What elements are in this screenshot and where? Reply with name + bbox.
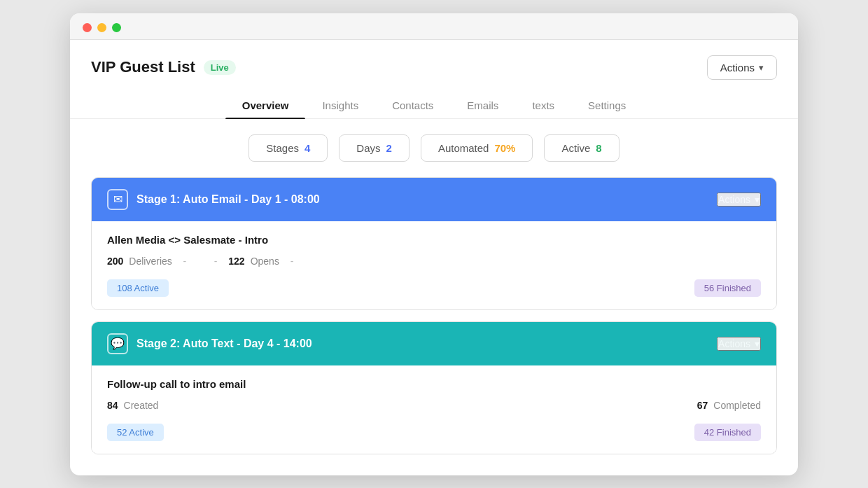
chevron-down-icon: ▾ [759, 62, 764, 73]
stat-automated: Automated 70% [421, 134, 533, 162]
close-dot[interactable] [83, 23, 92, 32]
page-content: VIP Guest List Live Actions ▾ Overview I… [70, 40, 798, 475]
tab-overview[interactable]: Overview [225, 92, 306, 118]
separator-2: - [209, 256, 223, 267]
tab-insights[interactable]: Insights [305, 92, 375, 118]
stage-1-clicks-count: 122 [228, 256, 244, 267]
stage-2-title: Stage 2: Auto Text - Day 4 - 14:00 [136, 337, 312, 350]
stage-1-actions-label: Actions [718, 194, 750, 205]
email-icon: ✉ [107, 189, 128, 210]
stage-2-header-left: 💬 Stage 2: Auto Text - Day 4 - 14:00 [107, 333, 312, 354]
stats-row: Stages 4 Days 2 Automated 70% Active 8 [70, 119, 798, 177]
stage-2-completed-label: Completed [713, 400, 761, 411]
maximize-dot[interactable] [112, 23, 121, 32]
stage-2-actions-button[interactable]: Actions ▾ [717, 337, 761, 351]
stage-1-stats: 200 Deliveries - - 122 Opens - [107, 256, 761, 267]
stage-1-deliveries-label: Deliveries [129, 256, 172, 267]
minimize-dot[interactable] [97, 23, 106, 32]
tab-settings[interactable]: Settings [571, 92, 643, 118]
stage-card-1: ✉ Stage 1: Auto Email - Day 1 - 08:00 Ac… [91, 177, 777, 310]
stat-stages-label: Stages [266, 142, 299, 154]
header-left: VIP Guest List Live [91, 58, 236, 76]
stage-2-name: Follow-up call to intro email [107, 378, 761, 390]
stage-2-header: 💬 Stage 2: Auto Text - Day 4 - 14:00 Act… [92, 322, 776, 365]
main-window: VIP Guest List Live Actions ▾ Overview I… [70, 13, 798, 475]
stage-1-chevron-icon: ▾ [755, 194, 760, 205]
page-header: VIP Guest List Live Actions ▾ [70, 40, 798, 80]
stage-2-footer: 52 Active 42 Finished [107, 424, 761, 441]
stat-stages: Stages 4 [248, 134, 328, 162]
text-icon: 💬 [107, 333, 128, 354]
stat-days-value: 2 [386, 142, 392, 154]
live-badge: Live [204, 60, 236, 75]
stage-2-stats: 84 Created 67 Completed [107, 400, 761, 411]
page-title: VIP Guest List [91, 58, 195, 76]
stage-2-completed-count: 67 [697, 400, 708, 411]
stat-stages-value: 4 [304, 142, 310, 154]
stage-1-footer: 108 Active 56 Finished [107, 279, 761, 297]
stat-active-value: 8 [596, 142, 601, 154]
stage-2-created-count: 84 [107, 400, 118, 411]
tab-contacts[interactable]: Contacts [375, 92, 450, 118]
stage-2-created-label: Created [124, 400, 159, 411]
stage-1-body: Allen Media <> Salesmate - Intro 200 Del… [92, 221, 776, 309]
stat-active-label: Active [561, 142, 590, 154]
stage-2-actions-label: Actions [718, 338, 750, 349]
stage-1-clicks-label: Opens [251, 256, 279, 267]
stat-days: Days 2 [339, 134, 410, 162]
stage-2-body: Follow-up call to intro email 84 Created… [92, 365, 776, 454]
stage-2-chevron-icon: ▾ [755, 338, 760, 349]
stat-days-label: Days [356, 142, 380, 154]
separator-3: - [285, 256, 299, 267]
titlebar [70, 13, 798, 40]
stage-1-finished-badge: 56 Finished [694, 279, 761, 297]
stage-2-finished-badge: 42 Finished [694, 424, 761, 441]
stage-1-title: Stage 1: Auto Email - Day 1 - 08:00 [136, 193, 320, 206]
stage-1-active-badge: 108 Active [107, 279, 169, 297]
stage-1-name: Allen Media <> Salesmate - Intro [107, 234, 761, 246]
stage-card-2: 💬 Stage 2: Auto Text - Day 4 - 14:00 Act… [91, 321, 777, 454]
stages-container: ✉ Stage 1: Auto Email - Day 1 - 08:00 Ac… [70, 177, 798, 475]
tab-emails[interactable]: Emails [450, 92, 515, 118]
stage-1-actions-button[interactable]: Actions ▾ [717, 193, 761, 207]
actions-button[interactable]: Actions ▾ [707, 55, 777, 80]
stat-automated-value: 70% [494, 142, 515, 154]
actions-label: Actions [720, 62, 755, 74]
stage-1-header: ✉ Stage 1: Auto Email - Day 1 - 08:00 Ac… [92, 178, 776, 221]
separator-1: - [178, 256, 192, 267]
stat-automated-label: Automated [438, 142, 489, 154]
stat-active: Active 8 [544, 134, 619, 162]
stage-1-header-left: ✉ Stage 1: Auto Email - Day 1 - 08:00 [107, 189, 320, 210]
stage-1-deliveries-count: 200 [107, 256, 123, 267]
stage-2-active-badge: 52 Active [107, 424, 164, 441]
nav-tabs: Overview Insights Contacts Emails texts … [70, 80, 798, 119]
tab-texts[interactable]: texts [515, 92, 571, 118]
